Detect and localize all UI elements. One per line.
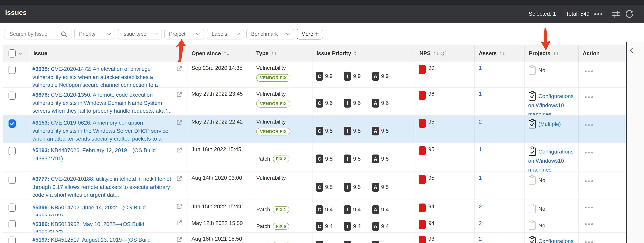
row-actions-button[interactable] bbox=[585, 241, 593, 243]
clipboard-checked-icon bbox=[528, 119, 536, 129]
external-link-icon[interactable] bbox=[176, 175, 183, 182]
external-link-icon[interactable] bbox=[176, 65, 183, 72]
cia-value: 9.6 bbox=[381, 100, 389, 106]
assets-link[interactable]: 2 bbox=[479, 204, 482, 209]
row-checkbox[interactable] bbox=[8, 92, 16, 100]
issue-title: CVE-2020-1350: A remote code execution v… bbox=[32, 92, 172, 114]
external-link-icon[interactable] bbox=[176, 147, 183, 154]
refresh-icon[interactable] bbox=[625, 9, 634, 18]
row-checkbox[interactable] bbox=[8, 176, 16, 184]
row-actions-button[interactable] bbox=[585, 207, 593, 208]
row-checkbox[interactable] bbox=[8, 204, 16, 212]
external-link-icon[interactable] bbox=[176, 91, 183, 98]
nps-cell: 94 bbox=[415, 216, 475, 233]
fix-badge: FIX 1 bbox=[273, 206, 289, 213]
assets-link[interactable]: 1 bbox=[479, 91, 482, 97]
more-filters-button[interactable]: More + bbox=[297, 28, 323, 39]
open-since-cell: Sep 23rd 2020 14:35 bbox=[188, 62, 252, 87]
issue-title: CVE-2020-10188: utility.c in telnetd in … bbox=[32, 176, 171, 198]
filter-label: Labels bbox=[212, 31, 227, 37]
row-checkbox[interactable] bbox=[8, 119, 16, 128]
col-assets[interactable]: Assets↑↓ bbox=[475, 45, 525, 62]
filter-project[interactable]: Project bbox=[164, 28, 204, 39]
row-actions-button[interactable] bbox=[585, 223, 593, 225]
projects-cell: No bbox=[525, 200, 578, 216]
external-link-icon[interactable] bbox=[176, 119, 183, 126]
external-link-icon[interactable] bbox=[176, 203, 183, 210]
sort-icon: ↑↓ bbox=[553, 51, 558, 56]
cia-badge-a: A bbox=[372, 155, 379, 163]
row-actions-button[interactable] bbox=[585, 180, 593, 182]
issue-link[interactable]: #3876: CVE-2020-1350: A remote code exec… bbox=[32, 91, 172, 115]
filter-label: Issue type bbox=[122, 31, 146, 37]
plus-icon: + bbox=[315, 30, 319, 37]
select-all-checkbox[interactable] bbox=[8, 49, 16, 57]
search-icon[interactable] bbox=[61, 31, 67, 37]
external-link-icon[interactable] bbox=[176, 220, 183, 226]
assets-link[interactable]: 1 bbox=[479, 175, 482, 181]
select-all-chevron-icon[interactable] bbox=[18, 51, 22, 55]
row-checkbox[interactable] bbox=[8, 220, 16, 228]
cia-group: A9.5 bbox=[372, 175, 389, 199]
filter-priority[interactable]: Priority bbox=[74, 28, 115, 39]
search-input[interactable] bbox=[9, 31, 60, 37]
row-checkbox[interactable] bbox=[8, 237, 16, 243]
assets-link[interactable]: 2 bbox=[479, 236, 482, 242]
help-icon[interactable]: ? bbox=[441, 51, 446, 56]
assets-link[interactable]: 1 bbox=[479, 65, 482, 71]
assets-link[interactable]: 2 bbox=[479, 220, 482, 226]
assets-link[interactable]: 2 bbox=[479, 119, 482, 125]
type-cell: PatchFIX 2 bbox=[252, 143, 312, 172]
cia-group: C9.9 bbox=[316, 65, 333, 87]
col-issue-priority[interactable]: Issue Priority bbox=[312, 45, 415, 62]
external-link-icon[interactable] bbox=[176, 236, 183, 243]
row-actions-button[interactable] bbox=[585, 152, 593, 154]
row-actions-button[interactable] bbox=[585, 70, 593, 72]
issue-cell: #5386: KB5013952: May 10, 2022—(OS Build… bbox=[29, 216, 188, 233]
row-actions-button[interactable] bbox=[585, 96, 593, 98]
nps-severity-swatch bbox=[419, 119, 426, 128]
issue-id: #5197: bbox=[32, 237, 50, 243]
row-checkbox[interactable] bbox=[8, 147, 16, 155]
type-cell: VulnerabilityVENDOR FIX bbox=[252, 62, 312, 87]
issue-priority-cell: C9.4I9.4A9.4 bbox=[312, 216, 415, 233]
issues-page: Issues Selected: 1 Total: 549 bbox=[0, 0, 644, 243]
assets-link[interactable]: 1 bbox=[479, 146, 482, 152]
issue-link[interactable]: #5197: KB4512517: August 13, 2019—(OS Bu… bbox=[32, 236, 172, 243]
collapse-chevron-left-icon[interactable] bbox=[630, 47, 635, 53]
filter-benchmark[interactable]: Benchmark bbox=[246, 28, 294, 39]
row-checkbox[interactable] bbox=[8, 66, 16, 74]
action-cell bbox=[578, 216, 626, 233]
issue-cell: #3935: CVE-2020-1472: An elevation of pr… bbox=[29, 62, 188, 87]
project-label[interactable]: (Multiple) bbox=[538, 121, 561, 127]
issue-link[interactable]: #5386: KB5013952: May 10, 2022—(OS Build… bbox=[32, 220, 172, 233]
cia-value: 9.5 bbox=[381, 128, 389, 134]
more-actions-icon[interactable] bbox=[594, 13, 602, 15]
table-row: #5197: KB4512517: August 13, 2019—(OS Bu… bbox=[3, 233, 626, 243]
cia-value: 9.3 bbox=[353, 242, 361, 243]
issue-link[interactable]: #5193: KB4487026: February 12, 2019—(OS … bbox=[32, 146, 172, 162]
issue-cell: #3876: CVE-2020-1350: A remote code exec… bbox=[29, 88, 188, 115]
col-nps[interactable]: NPS↑↓ ? bbox=[415, 45, 475, 62]
filter-label: Priority bbox=[79, 31, 96, 37]
issue-id: #3935: bbox=[32, 66, 50, 72]
issue-link[interactable]: #3935: CVE-2020-1472: An elevation of pr… bbox=[32, 65, 172, 87]
issue-priority-cell: C9.6I9.6A9.6 bbox=[312, 88, 415, 115]
col-projects[interactable]: Projects↑↓ bbox=[525, 45, 578, 62]
col-type[interactable]: Type↑↓ bbox=[252, 45, 312, 62]
cia-badge-i: I bbox=[344, 183, 351, 192]
issue-type-label: Vulnerability bbox=[256, 65, 286, 71]
filter-issue-type[interactable]: Issue type bbox=[118, 28, 162, 39]
issue-link[interactable]: #3153: CVE-2019-0626: A memory corruptio… bbox=[32, 119, 172, 143]
issue-link[interactable]: #3777: CVE-2020-10188: utility.c in teln… bbox=[32, 175, 172, 199]
issue-link[interactable]: #5396: KB5014702: June 14, 2022—(OS Buil… bbox=[32, 204, 172, 216]
project-label[interactable]: Configurations bbox=[538, 238, 574, 243]
filter-labels[interactable]: Labels bbox=[207, 28, 244, 39]
col-open-since[interactable]: Open since↑↓ bbox=[188, 45, 252, 62]
checkbox-cell bbox=[3, 62, 29, 87]
column-settings-icon[interactable] bbox=[612, 10, 620, 18]
cia-badge-c: C bbox=[316, 205, 323, 214]
row-actions-button[interactable] bbox=[585, 124, 593, 126]
more-label: More bbox=[301, 31, 313, 37]
issue-id: #3153: bbox=[32, 120, 50, 126]
